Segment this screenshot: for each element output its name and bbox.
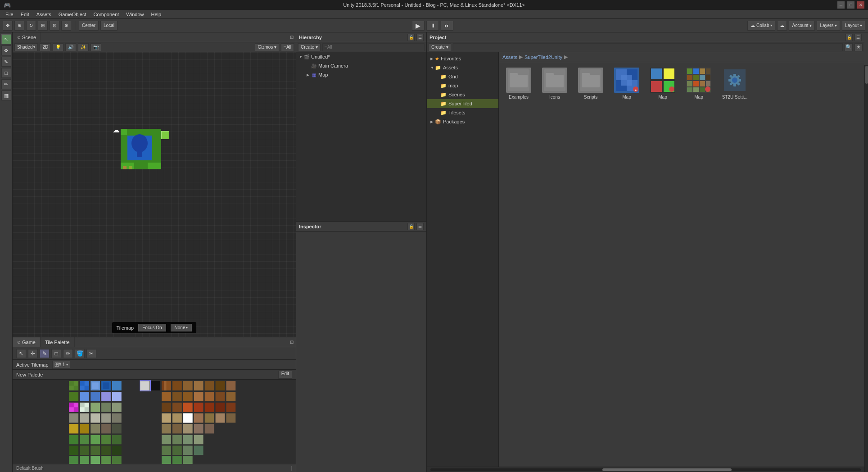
menu-assets[interactable]: Assets (33, 11, 55, 18)
hierarchy-main-camera[interactable]: ▶ 🎥 Main Camera (296, 61, 426, 70)
window-controls[interactable]: ─ □ ✕ (837, 1, 864, 9)
cloud-button[interactable]: ☁ (777, 21, 787, 31)
file-item-map-3[interactable]: Map (683, 66, 715, 101)
focus-on-button[interactable]: Focus On (138, 324, 166, 331)
tree-grid[interactable]: ▶ 📁 Grid (427, 72, 498, 81)
tile-palette-tab[interactable]: Tile Palette (41, 337, 75, 347)
local-button[interactable]: Local (100, 21, 118, 31)
palette-box-tool[interactable]: □ (51, 349, 61, 358)
hierarchy-scene-root[interactable]: ▼ 🎬 Untitled* (296, 52, 426, 61)
file-item-scripts[interactable]: Scripts (574, 66, 607, 101)
palette-maximize-btn[interactable]: ⊡ (288, 337, 296, 347)
menu-window[interactable]: Window (122, 11, 147, 18)
project-controls: 🔒 ☰ (845, 34, 862, 41)
edit-button[interactable]: Edit (278, 371, 292, 379)
step-button[interactable]: ⏭ (441, 21, 453, 31)
eyedrop-tool[interactable]: ✏ (1, 79, 11, 89)
transform-tool[interactable]: ⚙ (61, 21, 71, 31)
scene-all-dropdown[interactable]: ≡All (281, 43, 294, 51)
tree-favorites[interactable]: ▶ ★ Favorites (427, 54, 498, 63)
project-create-btn[interactable]: Create ▾ (429, 43, 451, 51)
map3-label: Map (694, 95, 703, 100)
move2d-tool[interactable]: ✥ (1, 45, 11, 55)
scene-tab[interactable]: ⊙ Scene (13, 32, 41, 42)
tree-packages[interactable]: ▶ 📦 Packages (427, 117, 498, 126)
palette-brush-tool[interactable]: ✎ (40, 349, 50, 358)
project-star-btn[interactable]: ★ (854, 43, 863, 51)
pause-button[interactable]: ⏸ (426, 21, 439, 31)
select-tool[interactable]: ↖ (1, 34, 11, 44)
inspector-scroll-thumb[interactable] (865, 66, 868, 84)
fx-button[interactable]: ✨ (78, 43, 89, 51)
tilemap-select[interactable]: 图# 1 ▾ (52, 361, 71, 369)
scene-maximize-btn[interactable]: ⊡ (288, 32, 296, 42)
tree-assets[interactable]: ▼ 📁 Assets (427, 63, 498, 72)
palette-select-tool[interactable]: ↖ (16, 349, 26, 358)
unity-icon: 🎮 (4, 2, 11, 9)
lights-button[interactable]: 💡 (53, 43, 63, 51)
file-item-examples[interactable]: Examples (502, 66, 535, 101)
breadcrumb-supertiled2unity[interactable]: SuperTiled2Unity (524, 54, 562, 60)
tree-scenes[interactable]: ▶ 📁 Scenes (427, 90, 498, 99)
game-tab[interactable]: ⊙ Game (13, 337, 41, 347)
menu-file[interactable]: File (2, 11, 17, 18)
layout-button[interactable]: Layout ▾ (842, 21, 865, 31)
collab-button[interactable]: ☁ Collab ▾ (747, 21, 775, 31)
inspector-lock-btn[interactable]: 🔒 (407, 223, 415, 230)
tree-tilesets[interactable]: ▶ 📁 Tilesets (427, 108, 498, 117)
2d-button[interactable]: 2D (40, 43, 51, 51)
breadcrumb-assets[interactable]: Assets (502, 54, 517, 60)
shading-dropdown[interactable]: Shaded ▾ (14, 43, 38, 51)
project-lock-btn[interactable]: 🔒 (845, 34, 853, 41)
project-search[interactable] (453, 43, 843, 51)
project-scroll-thumb[interactable] (602, 468, 732, 471)
rotate-tool[interactable]: ↻ (26, 21, 36, 31)
project-menu-btn[interactable]: ☰ (854, 34, 862, 41)
tree-map[interactable]: ▶ 📁 map (427, 81, 498, 90)
account-button[interactable]: Account ▾ (789, 21, 815, 31)
gizmos-dropdown[interactable]: Gizmos ▾ (255, 43, 279, 51)
hierarchy-menu-btn[interactable]: ☰ (416, 34, 424, 41)
move-tool[interactable]: ⊕ (14, 21, 24, 31)
file-item-icons[interactable]: Icons (538, 66, 571, 101)
palette-eyedrop-tool[interactable]: ✏ (63, 349, 73, 358)
tree-supertiled[interactable]: ▶ 📁 SuperTiled (427, 99, 498, 108)
palette-erase-tool[interactable]: ✂ (86, 349, 96, 358)
rect-select-tool[interactable]: □ (1, 68, 11, 78)
maximize-button[interactable]: □ (847, 1, 854, 9)
minimize-button[interactable]: ─ (837, 1, 845, 9)
none-button[interactable]: None ▾ (171, 324, 192, 331)
play-button[interactable]: ▶ (412, 21, 425, 31)
audio-button[interactable]: 🔊 (65, 43, 76, 51)
hand-tool[interactable]: ✥ (3, 21, 13, 31)
close-button[interactable]: ✕ (857, 1, 864, 9)
palette-move-tool[interactable]: ✛ (28, 349, 38, 358)
rect-tool[interactable]: ⊡ (50, 21, 59, 31)
inspector-scrollbar-track[interactable] (864, 65, 868, 472)
menu-help[interactable]: Help (147, 11, 165, 18)
hierarchy-create-btn[interactable]: Create ▾ (298, 43, 321, 51)
menu-gameobject[interactable]: GameObject (55, 11, 90, 18)
project-scrollbar[interactable] (427, 467, 864, 472)
project-scroll-track[interactable] (430, 468, 861, 471)
menu-edit[interactable]: Edit (17, 11, 33, 18)
layers-button[interactable]: Layers ▾ (817, 21, 840, 31)
menu-component[interactable]: Component (90, 11, 122, 18)
file-item-st2u-settings[interactable]: ST2U Setti... (719, 66, 751, 101)
hierarchy-search[interactable] (322, 43, 425, 51)
palette-fill-tool[interactable]: 🪣 (75, 349, 85, 358)
file-item-map-2[interactable]: Map (646, 66, 679, 101)
hierarchy-lock-btn[interactable]: 🔒 (407, 34, 415, 41)
brush-tool[interactable]: ✎ (1, 57, 11, 67)
svg-rect-73 (80, 424, 89, 434)
tile-palette-content[interactable] (13, 380, 296, 464)
scene-viewport[interactable]: ☁ (13, 52, 296, 337)
center-button[interactable]: Center (79, 21, 99, 31)
fill-tool[interactable]: ▦ (1, 91, 11, 100)
scale-tool[interactable]: ⊞ (38, 21, 48, 31)
project-search-icon-btn[interactable]: 🔍 (845, 43, 853, 51)
scene-camera-settings[interactable]: 📷 (90, 43, 101, 51)
file-item-map-1[interactable]: ● Map (610, 66, 643, 101)
hierarchy-map[interactable]: ▶ ▦ Map (296, 70, 426, 79)
inspector-menu-btn[interactable]: ☰ (416, 223, 424, 230)
